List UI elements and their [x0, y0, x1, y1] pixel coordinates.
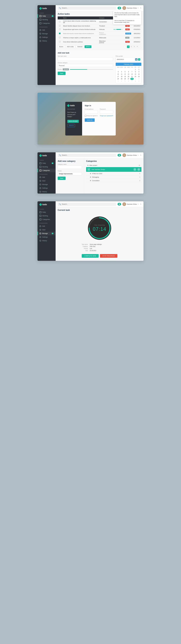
cal-day[interactable]: 6	[127, 71, 130, 73]
cal-prev[interactable]: ‹	[117, 64, 118, 65]
cal-next[interactable]: ›	[140, 64, 140, 65]
cal-day[interactable]: 19	[123, 76, 127, 78]
cal-day[interactable]: 26	[123, 78, 127, 80]
cal-day[interactable]: 7	[130, 71, 134, 73]
cal-day[interactable]: 4	[120, 80, 123, 82]
sidebar-item-backlog[interactable]: Backlog	[37, 18, 56, 22]
save-cat-button[interactable]: Save	[58, 176, 66, 180]
category-select[interactable]: Personal Work Other	[58, 64, 113, 67]
refresh-icon[interactable]: ↻	[140, 154, 142, 156]
cal-day[interactable]: 7	[130, 80, 134, 82]
cal-day[interactable]: 18	[120, 76, 123, 78]
cal-day[interactable]: 1	[134, 68, 137, 70]
cal-day[interactable]: 11	[120, 73, 123, 75]
parent-select[interactable]: Design improvements Main project	[58, 172, 82, 175]
page-3[interactable]: 3	[133, 46, 136, 48]
sidebar-item-daily[interactable]: Daily 8	[37, 14, 56, 18]
cal-day[interactable]: 17	[117, 76, 120, 78]
sidebar-item-history[interactable]: History	[37, 239, 56, 242]
sidebar-item-manage[interactable]: Manage	[37, 32, 56, 36]
search-input[interactable]	[62, 203, 115, 205]
cal-day[interactable]: 5	[123, 80, 127, 82]
row-checkbox[interactable]	[59, 41, 60, 42]
cal-day[interactable]: 9	[137, 80, 141, 82]
cat-delete-icon[interactable]: ↺	[137, 168, 140, 171]
sidebar-item-settings[interactable]: Settings	[37, 235, 56, 239]
cal-day[interactable]: 10	[117, 73, 120, 75]
signin-main-button[interactable]: SIGN IN	[85, 118, 95, 122]
cal-day[interactable]	[130, 68, 134, 70]
sidebar-item-manage[interactable]: Manage	[37, 183, 56, 186]
sidebar-item-manage[interactable]: Manage 1	[37, 232, 56, 235]
notification-bubble[interactable]: 💬	[118, 154, 121, 156]
avatar-wrap[interactable]: S Stanislav Khitov ▼	[122, 202, 139, 206]
row-checkbox[interactable]	[59, 37, 60, 38]
cat-item-ui-design[interactable]: ≡ User Interface Design ✎ ↺	[86, 167, 142, 172]
cal-day[interactable]: 8	[134, 71, 137, 73]
cal-day[interactable]	[120, 68, 123, 70]
avatar-wrap[interactable]: S Stanislav Khitov ▼	[122, 154, 139, 157]
add-to-daily-button[interactable]: Add to daily	[66, 45, 75, 48]
forgot-password-link[interactable]: Forgot your password?	[100, 115, 113, 116]
cal-icon-blue[interactable]: 📅	[135, 58, 137, 61]
cat-item-html5[interactable]: HTML5 & CSS3 5	[86, 172, 142, 176]
actions-button[interactable]: Actions	[58, 45, 65, 48]
cal-day[interactable]: 4	[120, 71, 123, 73]
email-input[interactable]	[85, 110, 98, 114]
row-checkbox[interactable]	[59, 28, 60, 30]
cal-day[interactable]: 21	[130, 76, 134, 78]
stop-progress-button[interactable]: STOP PROGRESS	[100, 254, 117, 258]
password-input[interactable]	[100, 110, 113, 114]
cal-day[interactable]: 3	[117, 80, 120, 82]
notification-bubble[interactable]: 💬	[118, 203, 121, 206]
sidebar-item-settings[interactable]: Settings	[37, 186, 56, 190]
sidebar-item-backlog[interactable]: Backlog	[37, 214, 56, 218]
avatar-wrap[interactable]: S Stanislav Khitov ▼	[122, 6, 139, 10]
cal-day[interactable]: 22	[134, 76, 137, 78]
complete-now-button[interactable]: COMPLETE NOW	[82, 254, 99, 258]
sidebar-item-settings[interactable]: Settings	[37, 36, 56, 39]
sidebar-item-daily[interactable]: Daily	[37, 210, 56, 214]
sidebar-item-add[interactable]: Add	[37, 224, 56, 228]
keep-signed-label[interactable]: Keep me signed in	[85, 115, 98, 116]
cal-day[interactable]: 23	[137, 76, 141, 78]
sidebar-item-categories[interactable]: Categories	[37, 169, 56, 172]
refresh-icon[interactable]: ↻	[140, 7, 142, 9]
cal-day[interactable]: 2	[137, 78, 141, 80]
keep-signed-checkbox[interactable]	[85, 115, 86, 116]
cat-item-consolation[interactable]: Consolation 3	[86, 179, 142, 182]
cal-day[interactable]: 27	[127, 78, 130, 80]
search-input[interactable]	[62, 7, 115, 9]
cal-day[interactable]: 8	[134, 80, 137, 82]
cal-day[interactable]	[127, 68, 130, 70]
row-checkbox[interactable]	[59, 25, 60, 26]
task-name-input[interactable]	[58, 58, 113, 61]
cal-day[interactable]	[117, 68, 120, 70]
save-task-button[interactable]: Save	[58, 72, 66, 75]
sidebar-item-categories[interactable]: Categories	[37, 22, 56, 25]
sidebar-item-history[interactable]: History	[37, 39, 56, 43]
sidebar-item-start[interactable]: Start	[37, 179, 56, 183]
selected-button[interactable]: Selected	[76, 45, 84, 48]
cal-day[interactable]: 24	[117, 78, 120, 80]
cal-day[interactable]: 12	[123, 73, 127, 75]
sidebar-item-backlog[interactable]: Backlog	[37, 165, 56, 169]
cal-day[interactable]: 13	[127, 73, 130, 75]
cal-day[interactable]: 16	[137, 73, 141, 75]
row-checkbox[interactable]	[59, 21, 60, 22]
page-2[interactable]: 2	[130, 46, 133, 48]
notification-bubble[interactable]: 💬	[118, 7, 121, 9]
sidebar-item-start[interactable]: Start	[37, 228, 56, 232]
row-checkbox[interactable]: ✓	[59, 33, 60, 34]
cal-day[interactable]: 5	[123, 71, 127, 73]
sidebar-item-history[interactable]: History	[37, 190, 56, 194]
cal-day[interactable]: 3	[117, 71, 120, 73]
signup-button[interactable]: SIGN UP NOW	[67, 120, 79, 123]
priority-slider[interactable]	[70, 69, 113, 70]
cal-day[interactable]	[123, 68, 127, 70]
sidebar-item-daily[interactable]: Daily 8	[37, 162, 56, 165]
cal-day[interactable]: 2	[137, 68, 141, 70]
cal-day[interactable]: 1	[134, 78, 137, 80]
signin-small-button[interactable]: SIGN IN	[67, 124, 75, 127]
cal-day[interactable]: 14	[130, 73, 134, 75]
